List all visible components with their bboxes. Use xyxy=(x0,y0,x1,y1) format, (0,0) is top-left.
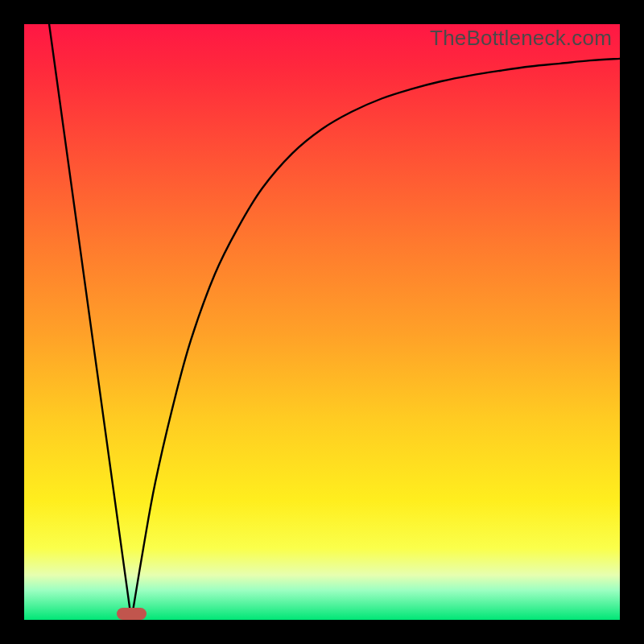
curve-path xyxy=(49,24,620,620)
plot-area: TheBottleneck.com xyxy=(24,24,620,620)
chart-frame: TheBottleneck.com xyxy=(0,0,644,644)
bottleneck-curve xyxy=(24,24,620,620)
optimum-marker xyxy=(117,608,147,620)
